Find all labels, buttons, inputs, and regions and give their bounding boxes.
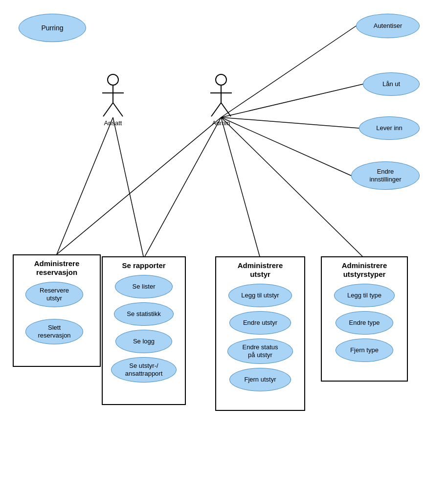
purring-ellipse: Purring — [19, 14, 86, 42]
svg-text:Ansatt: Ansatt — [104, 119, 122, 127]
se-rapporter-title: Se rapporter — [107, 261, 181, 270]
svg-line-9 — [211, 103, 221, 116]
lever-inn-ellipse: Lever inn — [359, 116, 420, 140]
svg-line-14 — [221, 26, 356, 117]
svg-line-13 — [113, 117, 144, 258]
administrere-reservasjon-title: Administrerereservasjon — [18, 259, 96, 277]
administrere-utstyrstyper-title: Administrereutstyrstyper — [326, 261, 403, 279]
administrere-utstyrstyper-box: Administrereutstyrstyper Legg til type E… — [321, 256, 408, 382]
svg-line-20 — [221, 117, 364, 258]
endre-type-ellipse: Endre type — [336, 311, 393, 335]
svg-text:Admin: Admin — [212, 119, 230, 127]
reservere-utstyr-ellipse: Reservereutstyr — [25, 282, 83, 307]
administrere-utstyr-title: Administrereutstyr — [220, 261, 300, 279]
legg-til-type-ellipse: Legg til type — [334, 284, 395, 307]
endre-utstyr-ellipse: Endre utstyr — [229, 311, 291, 335]
lan-ut-ellipse: Lån ut — [363, 72, 420, 96]
endre-innstillinger-ellipse: Endreinnstillinger — [351, 161, 420, 190]
svg-line-18 — [144, 117, 221, 258]
svg-line-21 — [57, 117, 221, 254]
svg-point-0 — [108, 74, 118, 85]
slett-reservasjon-ellipse: Slettreservasjon — [25, 319, 83, 344]
svg-line-10 — [221, 103, 231, 116]
svg-line-3 — [103, 103, 113, 116]
svg-line-15 — [221, 84, 363, 117]
fjern-utstyr-ellipse: Fjern utstyr — [229, 368, 291, 391]
svg-point-6 — [216, 74, 226, 85]
administrere-utstyr-box: Administrereutstyr Legg til utstyr Endre… — [215, 256, 305, 411]
endre-status-utstyr-ellipse: Endre statuspå utstyr — [227, 339, 293, 364]
svg-line-12 — [57, 117, 113, 254]
administrere-reservasjon-box: Administrerereservasjon Reservereutstyr … — [13, 254, 101, 367]
autentiser-ellipse: Autentiser — [356, 14, 420, 38]
se-lister-ellipse: Se lister — [115, 275, 173, 298]
svg-line-19 — [221, 117, 260, 258]
se-utstyr-ansattrapport-ellipse: Se utstyr-/ansattrapport — [111, 357, 177, 383]
se-rapporter-box: Se rapporter Se lister Se statistikk Se … — [102, 256, 186, 405]
svg-line-17 — [221, 117, 351, 176]
svg-line-4 — [113, 103, 123, 116]
legg-til-utstyr-ellipse: Legg til utstyr — [228, 284, 292, 307]
se-logg-ellipse: Se logg — [115, 330, 172, 353]
svg-line-16 — [221, 117, 359, 128]
se-statistikk-ellipse: Se statistikk — [114, 302, 174, 326]
fjern-type-ellipse: Fjern type — [336, 339, 393, 362]
